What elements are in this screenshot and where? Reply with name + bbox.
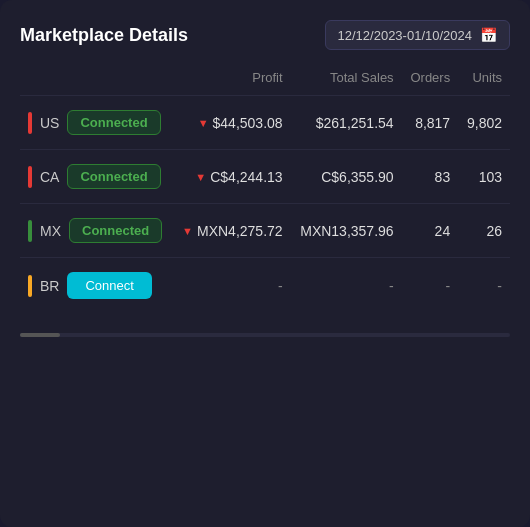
profit-dash: -: [278, 278, 283, 294]
country-code-us: US: [40, 115, 59, 131]
country-code-br: BR: [40, 278, 59, 294]
flag-bar-ca: [28, 166, 32, 188]
country-status-cell-mx: MX Connected: [20, 204, 172, 258]
profit-value: $44,503.08: [213, 115, 283, 131]
profit-value: MXN4,275.72: [197, 223, 283, 239]
total-sales-cell-mx: MXN13,357.96: [291, 204, 402, 258]
orders-cell-ca: 83: [402, 150, 459, 204]
flag-bar-mx: [28, 220, 32, 242]
units-cell-br: -: [458, 258, 510, 314]
country-status-cell-ca: CA Connected: [20, 150, 172, 204]
flag-bar-us: [28, 112, 32, 134]
table-row: BR Connect ----: [20, 258, 510, 314]
date-range-value: 12/12/2023-01/10/2024: [338, 28, 472, 43]
table-row: CA Connected ▼ C$4,244.13 C$6,355.908310…: [20, 150, 510, 204]
scrollbar[interactable]: [20, 333, 510, 337]
marketplace-table: Profit Total Sales Orders Units US Conne…: [20, 70, 510, 313]
card-title: Marketplace Details: [20, 25, 188, 46]
status-connected-mx: Connected: [69, 218, 162, 243]
orders-cell-us: 8,817: [402, 96, 459, 150]
country-code-mx: MX: [40, 223, 61, 239]
orders-cell-br: -: [402, 258, 459, 314]
flag-bar-br: [28, 275, 32, 297]
table-row: US Connected ▼ $44,503.08 $261,251.548,8…: [20, 96, 510, 150]
country-status-cell-us: US Connected: [20, 96, 172, 150]
marketplace-details-card: Marketplace Details 12/12/2023-01/10/202…: [0, 0, 530, 527]
col-header-orders: Orders: [402, 70, 459, 96]
total-sales-cell-br: -: [291, 258, 402, 314]
col-header-total-sales: Total Sales: [291, 70, 402, 96]
units-cell-us: 9,802: [458, 96, 510, 150]
status-connected-ca: Connected: [67, 164, 160, 189]
calendar-icon: 📅: [480, 27, 497, 43]
col-header-country: [20, 70, 172, 96]
card-header: Marketplace Details 12/12/2023-01/10/202…: [20, 20, 510, 50]
down-arrow-icon: ▼: [195, 171, 206, 183]
profit-cell-mx: ▼ MXN4,275.72: [172, 204, 290, 258]
profit-cell-br: -: [172, 258, 290, 314]
units-cell-mx: 26: [458, 204, 510, 258]
down-arrow-icon: ▼: [182, 225, 193, 237]
col-header-profit: Profit: [172, 70, 290, 96]
country-code-ca: CA: [40, 169, 59, 185]
total-sales-cell-ca: C$6,355.90: [291, 150, 402, 204]
profit-cell-us: ▼ $44,503.08: [172, 96, 290, 150]
connect-button-br[interactable]: Connect: [67, 272, 151, 299]
units-cell-ca: 103: [458, 150, 510, 204]
scrollbar-thumb: [20, 333, 60, 337]
profit-value: C$4,244.13: [210, 169, 282, 185]
country-status-cell-br: BR Connect: [20, 258, 172, 314]
orders-cell-mx: 24: [402, 204, 459, 258]
total-sales-cell-us: $261,251.54: [291, 96, 402, 150]
profit-cell-ca: ▼ C$4,244.13: [172, 150, 290, 204]
table-header-row: Profit Total Sales Orders Units: [20, 70, 510, 96]
status-connected-us: Connected: [67, 110, 160, 135]
down-arrow-icon: ▼: [198, 117, 209, 129]
table-row: MX Connected ▼ MXN4,275.72 MXN13,357.962…: [20, 204, 510, 258]
col-header-units: Units: [458, 70, 510, 96]
date-range-selector[interactable]: 12/12/2023-01/10/2024 📅: [325, 20, 510, 50]
